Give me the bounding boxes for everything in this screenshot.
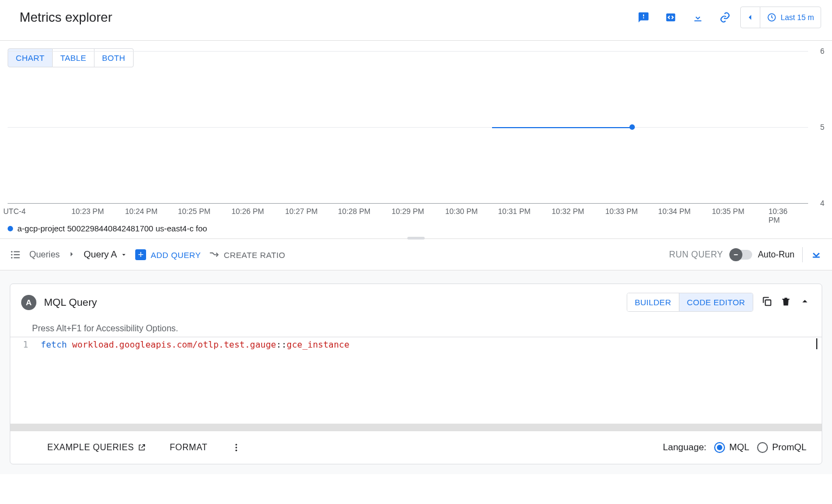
x-axis: UTC-4 10:23 PM 10:24 PM 10:25 PM 10:26 P… — [8, 203, 808, 219]
create-ratio-button[interactable]: CREATE RATIO — [209, 249, 285, 260]
chart-legend: a-gcp-project 5002298440842481700 us-eas… — [0, 219, 832, 239]
external-link-icon — [137, 443, 146, 452]
queries-label: Queries — [29, 250, 60, 260]
x-tick: 10:32 PM — [552, 204, 584, 216]
query-panel-container: A MQL Query BUILDER CODE EDITOR Press — [0, 270, 832, 474]
svg-point-10 — [235, 447, 237, 449]
add-query-button[interactable]: + ADD QUERY — [135, 249, 201, 260]
example-queries-button[interactable]: EXAMPLE QUERIES — [47, 443, 146, 452]
language-label: Language: — [663, 442, 706, 453]
run-query-button[interactable]: RUN QUERY — [669, 250, 723, 260]
svg-rect-3 — [14, 251, 20, 253]
x-tick: 10:24 PM — [125, 204, 157, 216]
radio-checked-icon — [714, 442, 725, 453]
chevron-right-icon — [67, 250, 76, 260]
chart-plot[interactable]: 6 5 4 — [8, 51, 808, 203]
data-line — [492, 127, 632, 128]
code-resource: gce_instance — [287, 339, 350, 350]
auto-run-toggle[interactable]: Auto-Run — [730, 250, 795, 260]
delete-icon[interactable] — [780, 296, 791, 308]
y-tick: 4 — [820, 199, 824, 207]
code-path: workload.googleapis.com/otlp.test.gauge — [72, 339, 276, 350]
auto-run-label: Auto-Run — [758, 250, 795, 260]
svg-point-6 — [11, 257, 12, 259]
divider — [802, 247, 803, 262]
x-tick: 10:34 PM — [658, 204, 691, 216]
svg-point-4 — [11, 254, 12, 256]
x-tick: 10:27 PM — [285, 204, 318, 216]
code-editor-mode-button[interactable]: CODE EDITOR — [679, 293, 753, 311]
time-range-button[interactable]: Last 15 m — [760, 12, 821, 22]
x-tick: 10:33 PM — [606, 204, 638, 216]
legend-text: a-gcp-project 5002298440842481700 us-eas… — [17, 224, 207, 233]
queries-list-icon[interactable] — [10, 249, 22, 261]
caret-down-icon — [120, 251, 128, 259]
copy-icon[interactable] — [761, 295, 773, 309]
time-range-label: Last 15 m — [781, 13, 814, 22]
x-tick: 10:31 PM — [498, 204, 531, 216]
builder-mode-button[interactable]: BUILDER — [627, 293, 679, 311]
more-vert-icon — [231, 443, 241, 452]
radio-unchecked-icon — [757, 442, 768, 453]
x-tick: 10:29 PM — [392, 204, 424, 216]
merge-icon — [209, 249, 219, 260]
data-point — [629, 124, 635, 130]
editor-mode-toggle: BUILDER CODE EDITOR — [627, 293, 753, 312]
code-keyword: fetch — [41, 339, 67, 350]
current-query-dropdown[interactable]: Query A — [84, 249, 128, 260]
query-bar: Queries Query A + ADD QUERY CREATE RATIO… — [0, 240, 832, 270]
line-number: 1 — [10, 337, 41, 424]
x-tick: 10:35 PM — [712, 204, 745, 216]
panel-header: A MQL Query BUILDER CODE EDITOR — [10, 284, 822, 320]
panel-footer: EXAMPLE QUERIES FORMAT Language: MQL Pro… — [10, 431, 822, 464]
more-menu-button[interactable] — [231, 443, 241, 452]
code-separator: :: — [276, 339, 287, 350]
link-icon[interactable] — [713, 5, 737, 29]
language-promql-radio[interactable]: PromQL — [757, 442, 806, 453]
collapse-panel-button[interactable] — [810, 248, 822, 262]
accessibility-hint: Press Alt+F1 for Accessibility Options. — [10, 320, 822, 337]
horizontal-scrollbar[interactable] — [10, 424, 822, 431]
svg-point-2 — [11, 251, 12, 253]
code-icon[interactable] — [659, 5, 683, 29]
time-prev-button[interactable] — [741, 7, 760, 28]
language-mql-radio[interactable]: MQL — [714, 442, 749, 453]
x-tick: 10:26 PM — [231, 204, 264, 216]
x-tick: 10:25 PM — [178, 204, 210, 216]
header: Metrics explorer Last 15 m — [0, 0, 832, 41]
code-line: fetch workload.googleapis.com/otlp.test.… — [41, 337, 822, 424]
format-button[interactable]: FORMAT — [170, 443, 207, 452]
page-title: Metrics explorer — [20, 10, 112, 25]
x-tick: 10:36 PM — [768, 204, 795, 224]
svg-rect-8 — [765, 300, 771, 305]
svg-point-9 — [235, 444, 237, 445]
feedback-icon[interactable] — [632, 5, 655, 29]
collapse-query-icon[interactable] — [799, 295, 811, 309]
panel-title: MQL Query — [44, 297, 97, 308]
time-range-selector: Last 15 m — [740, 7, 821, 28]
y-tick: 6 — [820, 47, 824, 55]
svg-rect-7 — [14, 257, 20, 259]
text-cursor — [816, 338, 817, 349]
current-query-label: Query A — [84, 249, 117, 260]
header-actions: Last 15 m — [632, 5, 821, 29]
minus-icon — [732, 251, 740, 259]
y-tick: 5 — [820, 123, 824, 131]
svg-rect-5 — [14, 254, 20, 255]
x-tick: 10:28 PM — [338, 204, 370, 216]
code-editor[interactable]: 1 fetch workload.googleapis.com/otlp.tes… — [10, 337, 822, 424]
x-tick: 10:23 PM — [71, 204, 104, 216]
query-panel: A MQL Query BUILDER CODE EDITOR Press — [10, 284, 822, 464]
plus-icon: + — [135, 249, 146, 260]
svg-point-11 — [235, 450, 237, 451]
legend-swatch — [8, 226, 13, 231]
x-tick: 10:30 PM — [445, 204, 478, 216]
query-badge: A — [21, 295, 36, 310]
download-icon[interactable] — [686, 5, 710, 29]
chart: 6 5 4 UTC-4 10:23 PM 10:24 PM 10:25 PM 1… — [8, 67, 824, 219]
